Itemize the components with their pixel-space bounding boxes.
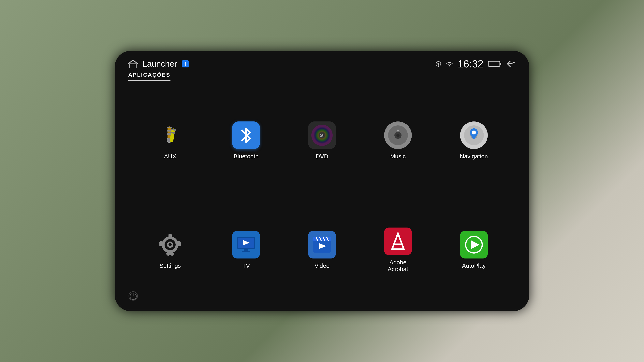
svg-point-27 xyxy=(397,130,399,131)
music-label: Music xyxy=(390,153,406,160)
car-background: Launcher f xyxy=(0,0,644,362)
app-grid: AUX Bluetooth xyxy=(116,81,528,310)
time-display: 16:32 xyxy=(458,58,484,70)
svg-rect-9 xyxy=(500,63,501,65)
aux-label: AUX xyxy=(164,153,176,160)
bluetooth-icon xyxy=(232,121,260,149)
svg-rect-8 xyxy=(488,61,500,66)
app-item-aux[interactable]: AUX xyxy=(138,121,202,160)
svg-rect-48 xyxy=(242,251,250,252)
status-bar: Launcher f xyxy=(116,52,528,72)
aux-icon xyxy=(156,121,184,149)
app-row-1: AUX Bluetooth xyxy=(132,89,512,192)
svg-rect-0 xyxy=(130,64,136,68)
wifi-icon xyxy=(446,61,453,67)
facebook-icon: f xyxy=(182,60,189,67)
navigation-icon xyxy=(460,121,488,149)
app-item-navigation[interactable]: Navigation xyxy=(442,121,506,160)
app-item-music[interactable]: Music xyxy=(366,121,430,160)
bluetooth-label: Bluetooth xyxy=(234,153,259,160)
svg-point-1 xyxy=(438,63,440,65)
svg-text:G: G xyxy=(320,133,323,138)
battery-icon xyxy=(488,60,502,67)
svg-point-31 xyxy=(472,130,476,134)
screen-bezel: Launcher f xyxy=(115,51,529,311)
launcher-title: Launcher xyxy=(142,59,177,69)
status-right: 16:32 xyxy=(436,58,516,70)
app-item-tv[interactable]: TV xyxy=(214,231,278,269)
tab-bar: APLICAÇÕES xyxy=(116,72,528,81)
app-item-video[interactable]: Video xyxy=(290,231,354,269)
svg-marker-56 xyxy=(392,233,404,249)
svg-rect-36 xyxy=(168,234,172,239)
music-icon xyxy=(384,121,412,149)
app-item-dvd[interactable]: G DVD xyxy=(290,121,354,160)
app-item-bluetooth[interactable]: Bluetooth xyxy=(214,121,278,160)
svg-marker-59 xyxy=(471,240,480,249)
app-item-adobe-acrobat[interactable]: AdobeAcrobat xyxy=(366,228,430,273)
back-icon[interactable] xyxy=(507,60,516,67)
svg-point-35 xyxy=(168,243,172,246)
dvd-label: DVD xyxy=(316,153,328,160)
app-item-autoplay[interactable]: AutoPlay xyxy=(442,231,506,269)
gps-icon xyxy=(436,61,441,67)
svg-rect-12 xyxy=(167,130,172,131)
settings-icon-container xyxy=(156,231,184,259)
svg-point-26 xyxy=(396,134,400,137)
screen: Launcher f xyxy=(116,52,528,310)
navigation-label: Navigation xyxy=(460,153,488,160)
video-icon xyxy=(308,231,336,259)
acrobat-icon xyxy=(384,228,412,255)
app-item-settings[interactable]: Settings xyxy=(138,231,202,269)
app-row-2: Settings xyxy=(132,198,512,302)
tv-label: TV xyxy=(242,262,250,269)
svg-rect-11 xyxy=(167,127,172,128)
home-icon[interactable] xyxy=(128,59,138,68)
dvd-icon: G xyxy=(308,121,336,149)
settings-label: Settings xyxy=(160,262,181,269)
tv-icon xyxy=(232,231,260,259)
svg-rect-47 xyxy=(244,249,248,251)
power-button[interactable] xyxy=(128,291,138,301)
autoplay-icon xyxy=(460,231,488,259)
autoplay-label: AutoPlay xyxy=(462,262,486,269)
video-label: Video xyxy=(314,262,330,269)
tab-aplicacoes[interactable]: APLICAÇÕES xyxy=(128,72,170,81)
adobe-acrobat-label: AdobeAcrobat xyxy=(388,259,408,273)
status-left: Launcher f xyxy=(128,59,189,69)
svg-point-7 xyxy=(449,65,450,66)
